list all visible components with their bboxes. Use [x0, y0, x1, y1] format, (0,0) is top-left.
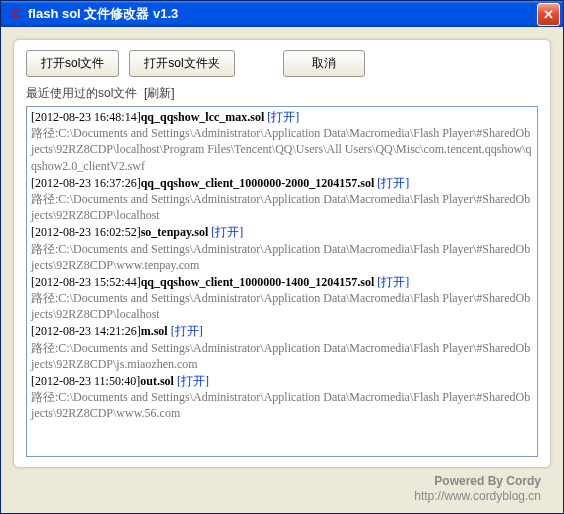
open-sol-file-button[interactable]: 打开sol文件 — [26, 50, 119, 77]
powered-by: Powered By Cordy — [13, 474, 541, 490]
main-panel: 打开sol文件 打开sol文件夹 取消 最近使用过的sol文件 [刷新] [20… — [13, 39, 551, 468]
refresh-link[interactable]: [刷新] — [144, 86, 175, 100]
open-link[interactable]: [打开] — [168, 324, 203, 338]
open-link[interactable]: [打开] — [208, 225, 243, 239]
cancel-button[interactable]: 取消 — [283, 50, 365, 77]
list-item: [2012-08-23 16:37:26]qq_qqshow_client_10… — [31, 175, 533, 224]
file-name: m.sol — [141, 324, 168, 338]
list-item: [2012-08-23 16:48:14]qq_qqshow_lcc_max.s… — [31, 109, 533, 174]
recent-label-row: 最近使用过的sol文件 [刷新] — [26, 85, 538, 102]
file-name: qq_qqshow_lcc_max.sol — [141, 110, 265, 124]
file-path: 路径:C:\Documents and Settings\Administrat… — [31, 290, 533, 322]
button-row: 打开sol文件 打开sol文件夹 取消 — [26, 50, 538, 77]
list-item: [2012-08-23 11:50:40]out.sol [打开]路径:C:\D… — [31, 373, 533, 422]
open-link[interactable]: [打开] — [374, 176, 409, 190]
timestamp: [2012-08-23 16:37:26] — [31, 176, 141, 190]
open-link[interactable]: [打开] — [374, 275, 409, 289]
timestamp: [2012-08-23 16:48:14] — [31, 110, 141, 124]
file-name: so_tenpay.sol — [141, 225, 209, 239]
list-item: [2012-08-23 14:21:26]m.sol [打开]路径:C:\Doc… — [31, 323, 533, 372]
file-path: 路径:C:\Documents and Settings\Administrat… — [31, 125, 533, 174]
app-window: C flash sol 文件修改器 v1.3 ✕ 打开sol文件 打开sol文件… — [0, 0, 564, 514]
app-icon: C — [8, 6, 24, 22]
spacer — [245, 50, 273, 77]
timestamp: [2012-08-23 11:50:40] — [31, 374, 140, 388]
file-name: qq_qqshow_client_1000000-2000_1204157.so… — [141, 176, 375, 190]
timestamp: [2012-08-23 15:52:44] — [31, 275, 141, 289]
recent-files-label: 最近使用过的sol文件 — [26, 86, 137, 100]
open-link[interactable]: [打开] — [174, 374, 209, 388]
file-name: out.sol — [140, 374, 174, 388]
open-link[interactable]: [打开] — [264, 110, 299, 124]
footer-url: http://www.cordyblog.cn — [13, 489, 541, 505]
close-button[interactable]: ✕ — [537, 3, 560, 26]
client-area: 打开sol文件 打开sol文件夹 取消 最近使用过的sol文件 [刷新] [20… — [1, 27, 563, 513]
file-path: 路径:C:\Documents and Settings\Administrat… — [31, 241, 533, 273]
file-path: 路径:C:\Documents and Settings\Administrat… — [31, 340, 533, 372]
file-path: 路径:C:\Documents and Settings\Administrat… — [31, 191, 533, 223]
titlebar: C flash sol 文件修改器 v1.3 ✕ — [1, 1, 563, 27]
window-title: flash sol 文件修改器 v1.3 — [28, 5, 537, 23]
file-path: 路径:C:\Documents and Settings\Administrat… — [31, 389, 533, 421]
list-item: [2012-08-23 16:02:52]so_tenpay.sol [打开]路… — [31, 224, 533, 273]
file-name: qq_qqshow_client_1000000-1400_1204157.so… — [141, 275, 375, 289]
recent-files-list[interactable]: [2012-08-23 16:48:14]qq_qqshow_lcc_max.s… — [26, 106, 538, 457]
timestamp: [2012-08-23 14:21:26] — [31, 324, 141, 338]
open-sol-folder-button[interactable]: 打开sol文件夹 — [129, 50, 234, 77]
timestamp: [2012-08-23 16:02:52] — [31, 225, 141, 239]
footer: Powered By Cordy http://www.cordyblog.cn — [13, 468, 551, 505]
list-item: [2012-08-23 15:52:44]qq_qqshow_client_10… — [31, 274, 533, 323]
